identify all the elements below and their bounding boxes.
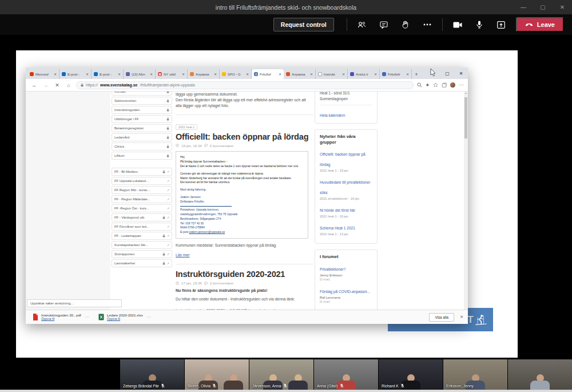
share-screen-icon[interactable]: [494, 18, 508, 31]
favorite-star-icon[interactable]: ★: [426, 82, 430, 88]
full-calendar-link[interactable]: Hela kalendern: [320, 113, 345, 117]
restore-icon[interactable]: ▢: [533, 0, 553, 14]
sidebar-nav-item-1-6[interactable]: Clinics: [112, 142, 172, 151]
address-bar[interactable]: https://www.svenskalag.se/friluftframjan…: [76, 81, 414, 89]
open-file-link[interactable]: Öppna fil: [107, 317, 143, 321]
sidebar-nav-item-2-2[interactable]: FF Region Mitt - kurse...↗: [112, 186, 172, 194]
request-control-button[interactable]: Request control: [273, 18, 334, 31]
participant-tile-3[interactable]: Anna (Gäst): [314, 359, 378, 390]
browser-tab-10[interactable]: Anslut ti✕: [348, 69, 380, 79]
tab-close-icon[interactable]: ✕: [246, 72, 249, 76]
new-tab-button[interactable]: +: [412, 70, 421, 79]
participant-tile-2[interactable]: Järvenson, Anna: [249, 359, 313, 390]
scrollbar-thumb[interactable]: [464, 97, 467, 138]
show-all-downloads-button[interactable]: Visa alla: [429, 313, 454, 322]
tab-close-icon[interactable]: ✕: [214, 72, 217, 76]
browser-tab-9[interactable]: Instrukt✕: [316, 69, 348, 79]
email-address-link[interactable]: joakim.jansson@uppsala.se: [189, 230, 225, 233]
sidebar-nav-item-2-8[interactable]: Kunskapsbanken Ski...↗: [112, 241, 172, 249]
participants-icon[interactable]: [355, 18, 369, 31]
news-item-link[interactable]: Ni hörde det först här: [320, 208, 355, 212]
download-item-0[interactable]: Instruktörsguiden 20...pdfÖppna fil⋯: [30, 312, 93, 323]
news-item-link[interactable]: Schema Heat 1 2021: [320, 226, 355, 230]
browser-tab-2[interactable]: E-post -✕: [92, 69, 124, 79]
download-item-1[interactable]: Ledare 2020-2021.xlsxÖppna fil⋯: [96, 312, 154, 323]
camera-icon[interactable]: [451, 18, 464, 31]
browser-maximize-icon[interactable]: ▢: [440, 71, 454, 76]
browser-tab-0[interactable]: Microsof✕: [27, 69, 59, 79]
sidebar-nav-item-1-7[interactable]: Liftkort: [112, 152, 172, 160]
browser-tab-4[interactable]: MNY utbil✕: [156, 69, 188, 79]
sidebar-nav-item-2-5[interactable]: FF - Värdegrund utb↗: [112, 213, 172, 221]
minimize-icon[interactable]: —: [514, 0, 533, 14]
sidebar-nav-item-1-4[interactable]: Belastningsregistret: [112, 124, 172, 132]
tab-close-icon[interactable]: ✕: [182, 72, 185, 76]
sidebar-nav-item-2-10[interactable]: Lavinsäkerhet↗: [112, 259, 172, 267]
sidebar-nav-item-2-3[interactable]: FF - Region Mälardale...↗: [112, 195, 172, 203]
stop-icon[interactable]: ✕: [53, 82, 61, 88]
browser-tab-3[interactable]: (13) Allm✕: [124, 69, 156, 79]
participant-tile-6[interactable]: [508, 359, 572, 390]
participant-tile-4[interactable]: Richard K: [379, 359, 443, 390]
mic-icon[interactable]: [472, 18, 486, 31]
participant-tile-0[interactable]: Zebergs Brändal Pär: [120, 359, 184, 390]
close-icon[interactable]: ✕: [553, 0, 572, 14]
sidebar-nav-item-1-3[interactable]: Utbildningar i FF: [112, 115, 172, 123]
raise-hand-icon[interactable]: [399, 18, 412, 31]
collections-icon[interactable]: [442, 82, 447, 88]
browser-tab-8[interactable]: Anpassa✕: [284, 69, 316, 79]
browser-more-icon[interactable]: ⋯: [459, 82, 463, 88]
forum-item-link[interactable]: Förslag på COVID-anpassni...: [320, 290, 370, 294]
browser-tab-5[interactable]: Anpassa✕: [188, 69, 220, 79]
post1-tag[interactable]: 2021 heat 1: [176, 124, 197, 130]
download-item-more-icon[interactable]: ⋯: [85, 315, 89, 319]
sidebar-nav-item-2-9[interactable]: Snörapporten↗: [112, 250, 172, 258]
zoom-icon[interactable]: [417, 82, 422, 88]
sidebar-nav-item-1-0[interactable]: Kontakt: [112, 92, 172, 96]
leave-button[interactable]: Leave: [516, 17, 564, 32]
forward-icon[interactable]: →: [42, 82, 50, 88]
news-item-meta: 2021 privatlektioner - 16 jan: [320, 197, 372, 200]
tab-favicon: [94, 72, 98, 76]
tab-close-icon[interactable]: ✕: [118, 72, 121, 76]
favorites-bar-icon[interactable]: [433, 82, 438, 88]
post1-meta: 19 jan, 16:34 0 kommentarer: [176, 144, 313, 148]
read-more-link[interactable]: Läs mer: [176, 253, 190, 257]
more-options-icon[interactable]: [420, 18, 434, 31]
browser-tab-1[interactable]: E-post -✕: [59, 69, 92, 79]
news-item-link[interactable]: Huvudledare till privatlektioner söks: [320, 180, 370, 195]
participant-tile-5[interactable]: Eriksson, Jenny: [443, 359, 507, 390]
sidebar-nav-item-2-4[interactable]: FF -Region Öst - kurs...↗: [112, 204, 172, 212]
back-icon[interactable]: ←: [30, 82, 38, 88]
sidebar-nav-item-1-5[interactable]: Ledarvård: [112, 133, 172, 141]
browser-tab-7[interactable]: fFriluftsf✕: [252, 69, 284, 79]
chat-icon[interactable]: [377, 18, 391, 31]
tab-close-icon[interactable]: ✕: [279, 72, 281, 76]
tab-close-icon[interactable]: ✕: [86, 72, 89, 76]
tab-close-icon[interactable]: ✕: [150, 72, 153, 76]
download-bar-close-icon[interactable]: ✕: [460, 315, 463, 319]
scroll-up-icon[interactable]: ▲: [464, 92, 468, 94]
sidebar-nav-item-2-7[interactable]: FF - Ledartrappan↗: [112, 232, 172, 240]
sidebar-nav-item-2-6[interactable]: FF Förmåner som led...↗: [112, 223, 172, 231]
profile-avatar[interactable]: [450, 82, 455, 88]
sidebar-nav-item-2-0[interactable]: FF - Bli Medlem↗: [112, 168, 172, 176]
sidebar-nav-item-1-2[interactable]: Instruktörsguiden: [112, 106, 172, 114]
open-file-link[interactable]: Öppna fil: [41, 317, 81, 321]
tab-close-icon[interactable]: ✕: [342, 72, 345, 76]
tab-close-icon[interactable]: ✕: [54, 72, 57, 76]
tab-close-icon[interactable]: ✕: [374, 72, 377, 76]
tab-close-icon[interactable]: ✕: [406, 72, 409, 76]
browser-tab-11[interactable]: Friluftsfr✕: [380, 69, 412, 79]
page-scrollbar[interactable]: ▲: [464, 92, 468, 310]
home-icon[interactable]: ⌂: [65, 82, 73, 88]
download-item-more-icon[interactable]: ⋯: [147, 315, 151, 319]
tab-close-icon[interactable]: ✕: [310, 72, 313, 76]
sidebar-nav-item-1-1[interactable]: Sektionsmöten: [112, 97, 172, 105]
browser-tab-6[interactable]: SPO - G✕: [220, 69, 252, 79]
participant-tile-1[interactable]: Blohm, Olivia: [185, 359, 249, 390]
news-item-link[interactable]: Officiellt: backen öppnar på lördag: [320, 152, 366, 167]
sidebar-nav-item-2-1[interactable]: FF Uppsala Lokalavd...↗: [112, 177, 172, 185]
forum-item-link[interactable]: Privatlektioner?: [320, 267, 345, 271]
browser-close-icon[interactable]: ✕: [454, 71, 468, 76]
